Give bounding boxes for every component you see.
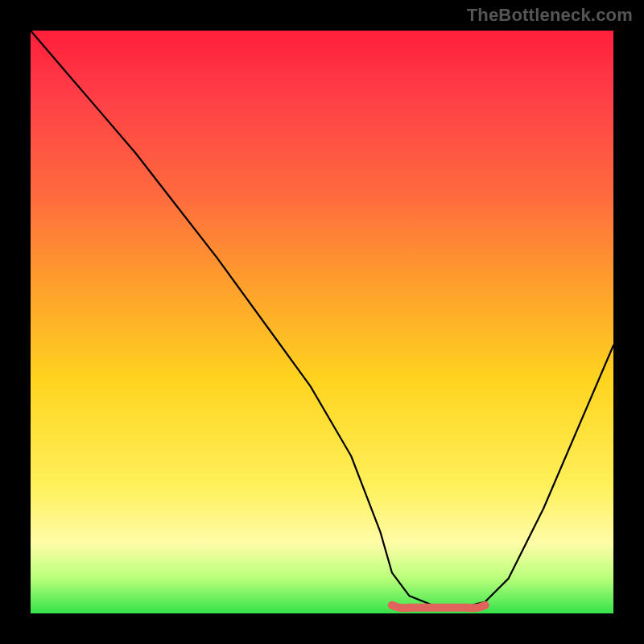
plot-area bbox=[31, 31, 613, 613]
optimal-zone-highlight bbox=[392, 605, 485, 609]
curve-svg bbox=[31, 31, 613, 613]
bottleneck-curve bbox=[31, 31, 613, 608]
chart-stage: TheBottleneck.com bbox=[0, 0, 644, 644]
watermark-text: TheBottleneck.com bbox=[467, 5, 633, 26]
